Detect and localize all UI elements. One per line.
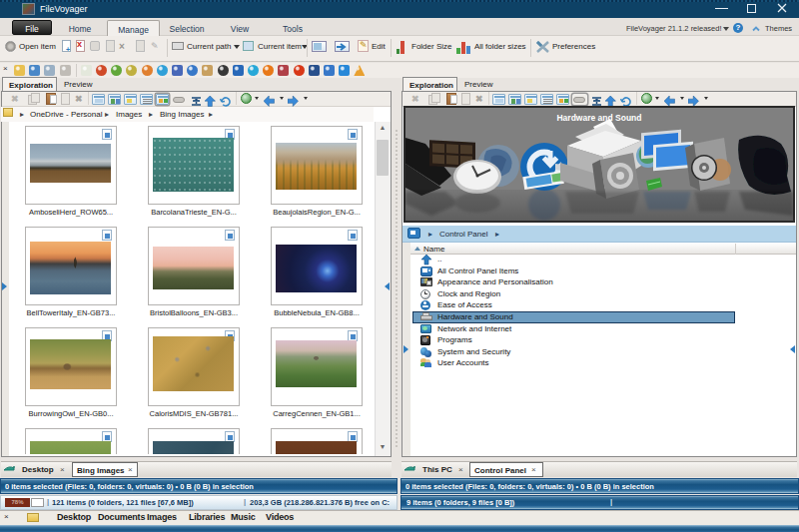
- svg-text:Hardware and Sound: Hardware and Sound: [556, 113, 641, 123]
